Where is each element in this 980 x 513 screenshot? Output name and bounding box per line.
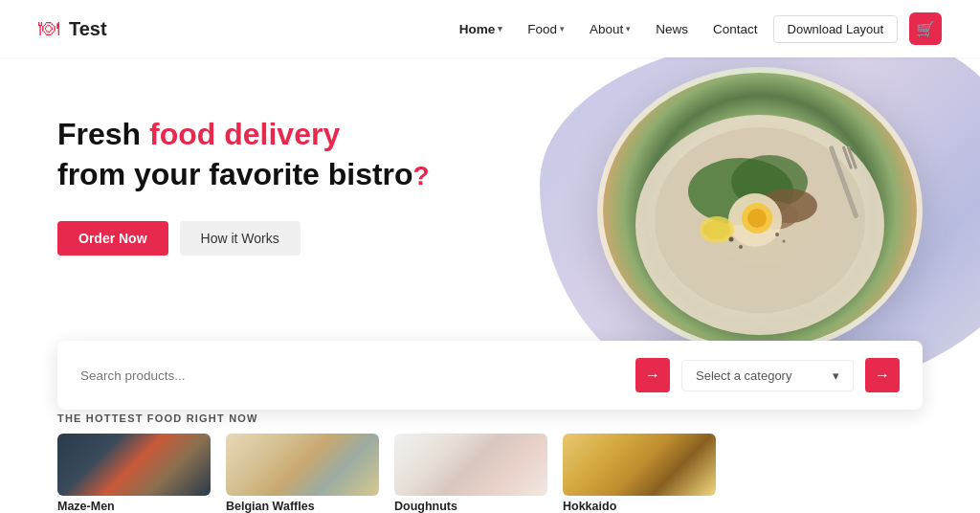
food-card-image [226, 434, 379, 496]
food-card-image [57, 434, 211, 496]
food-plate-svg [607, 77, 913, 345]
food-card-item[interactable]: Belgian Waffles $12.00 [226, 434, 379, 513]
food-card-image [563, 434, 716, 496]
nav-about[interactable]: About ▾ [580, 16, 640, 42]
main-nav: Home ▾ Food ▾ About ▾ News Contact Downl… [450, 12, 942, 45]
chevron-down-icon: ▾ [498, 24, 502, 33]
nav-download-layout[interactable]: Download Layout [773, 15, 898, 43]
food-card-name: Hokkaido [563, 500, 716, 513]
nav-food[interactable]: Food ▾ [518, 16, 574, 42]
chevron-down-icon: ▾ [560, 24, 565, 33]
food-section-title: THE HOTTEST FOOD RIGHT NOW [57, 413, 923, 424]
search-submit-button[interactable]: → [635, 358, 670, 392]
cart-icon: 🛒 [916, 20, 935, 38]
food-card-item[interactable]: Doughnuts $3.00 [394, 434, 547, 513]
category-select[interactable]: Select a category ▾ [681, 360, 854, 391]
food-section: THE HOTTEST FOOD RIGHT NOW Maze-Men $13.… [0, 413, 980, 513]
hero-subheadline: from your favorite bistro? [57, 155, 430, 195]
food-cards-list: Maze-Men $13.50 Belgian Waffles $12.00 D… [57, 434, 923, 513]
svg-point-14 [729, 237, 734, 242]
food-plate [603, 73, 917, 348]
logo-icon: 🍽 [38, 16, 59, 41]
svg-point-16 [775, 233, 779, 236]
logo: 🍽 Test [38, 16, 107, 41]
svg-point-10 [703, 220, 730, 239]
food-card-name: Belgian Waffles [226, 500, 379, 513]
hero-headline: Fresh food delivery [57, 115, 430, 155]
nav-home[interactable]: Home ▾ [450, 16, 513, 42]
food-card-name: Maze-Men [57, 500, 211, 513]
svg-point-8 [747, 209, 767, 228]
logo-text: Test [69, 18, 107, 40]
food-card-name: Doughnuts [394, 500, 547, 513]
order-now-button[interactable]: Order Now [57, 221, 168, 256]
food-card-item[interactable]: Hokkaido $10.00 [563, 434, 716, 513]
arrow-right-icon: → [875, 367, 890, 384]
chevron-down-icon: ▾ [626, 24, 631, 33]
header: 🍽 Test Home ▾ Food ▾ About ▾ News Contac… [0, 0, 980, 57]
how-it-works-button[interactable]: How it Works [180, 221, 301, 256]
search-section: → Select a category ▾ → [57, 341, 923, 410]
main-area: Fresh food delivery from your favorite b… [0, 57, 980, 513]
hero-text: Fresh food delivery from your favorite b… [57, 115, 430, 256]
svg-point-17 [783, 240, 786, 243]
nav-news[interactable]: News [646, 16, 698, 42]
hero-food-image [597, 67, 923, 354]
nav-contact[interactable]: Contact [703, 16, 768, 42]
hero-buttons: Order Now How it Works [57, 221, 430, 256]
cart-button[interactable]: 🛒 [909, 12, 942, 45]
food-card-item[interactable]: Maze-Men $13.50 [57, 434, 211, 513]
food-card-image [394, 434, 547, 496]
arrow-right-icon: → [645, 367, 660, 384]
svg-point-15 [739, 245, 743, 249]
category-submit-button[interactable]: → [865, 358, 900, 392]
chevron-down-icon: ▾ [833, 368, 839, 383]
search-input[interactable] [80, 368, 624, 383]
